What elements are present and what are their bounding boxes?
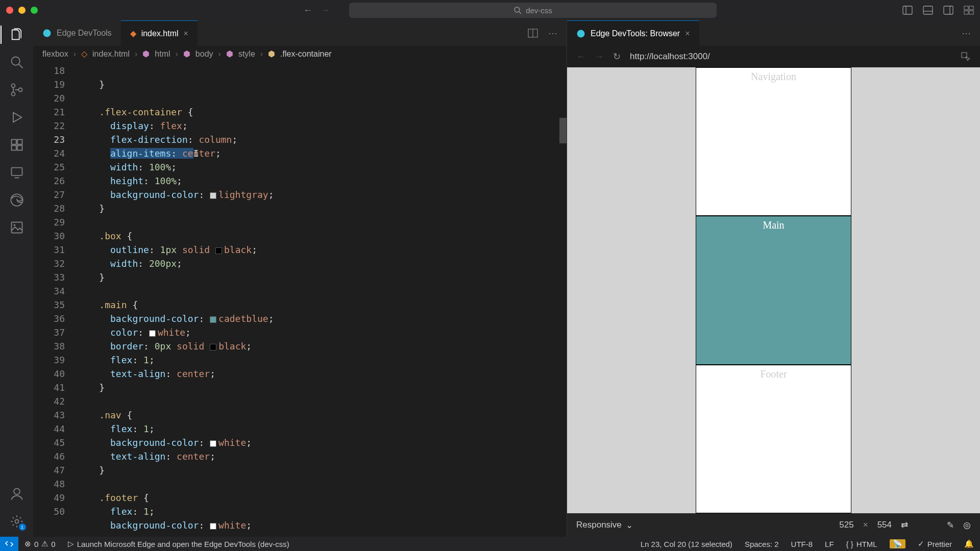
chevron-down-icon[interactable]: ⌄ [626, 520, 633, 531]
viewport-height-input[interactable]: 554 [877, 520, 892, 531]
vision-icon[interactable]: ◎ [963, 520, 971, 531]
panel-left-icon[interactable] [902, 6, 913, 15]
viewport-width-input[interactable]: 525 [839, 520, 853, 531]
panel-right-icon[interactable] [943, 6, 953, 15]
more-actions-icon[interactable]: ⋯ [548, 28, 557, 39]
close-tab-icon[interactable]: × [184, 29, 188, 38]
svg-rect-19 [17, 140, 22, 144]
code-token: border [110, 341, 143, 352]
scrollbar-thumb[interactable] [559, 118, 567, 143]
code-token: 1 [143, 423, 149, 434]
edge-tab-icon [576, 29, 585, 38]
editor-tabs: Edge DevTools: Browser × ⋯ [567, 20, 980, 46]
remote-explorer-icon[interactable] [9, 164, 25, 181]
breadcrumb-file[interactable]: index.html [92, 49, 130, 59]
browser-reload-icon[interactable]: ↻ [613, 51, 621, 62]
indentation-selector[interactable]: Spaces: 2 [739, 539, 785, 548]
customize-layout-icon[interactable] [964, 6, 974, 15]
run-debug-icon[interactable] [9, 109, 25, 126]
svg-rect-21 [17, 145, 22, 150]
tab-edge-devtools[interactable]: Edge DevTools [33, 20, 121, 46]
prettier-status[interactable]: Prettier [912, 539, 958, 548]
settings-gear-icon[interactable]: 1 [9, 513, 25, 530]
problems-indicator[interactable]: ⊗0 ⚠0 [18, 539, 62, 548]
close-window-icon[interactable] [6, 7, 13, 14]
go-live-button[interactable]: 📡 [884, 539, 912, 548]
code-content[interactable]: } .flex-container { display: flex; flex-… [77, 62, 559, 537]
breadcrumb[interactable]: flexbox › ◇ index.html › ⬢ html › ⬢ body… [33, 46, 567, 62]
tab-label: Edge DevTools [57, 29, 112, 38]
breadcrumb-folder[interactable]: flexbox [42, 49, 68, 59]
maximize-window-icon[interactable] [31, 7, 38, 14]
encoding-selector[interactable]: UTF-8 [785, 539, 819, 548]
color-swatch-icon [215, 247, 222, 254]
browser-back-icon[interactable]: ← [576, 52, 585, 62]
accounts-icon[interactable] [9, 486, 25, 502]
color-swatch-icon [210, 192, 216, 199]
nav-forward-icon[interactable]: → [321, 5, 330, 16]
svg-rect-18 [11, 140, 16, 144]
code-token: lightgray [218, 189, 268, 200]
search-activity-icon[interactable] [9, 54, 25, 70]
code-token: black [218, 341, 246, 352]
code-token: .nav [99, 410, 121, 420]
code-token: background-color [110, 437, 199, 448]
browser-viewport[interactable]: Navigation Main Footer [567, 67, 980, 513]
color-swatch-icon [210, 440, 216, 447]
editor-scrollbar[interactable] [559, 62, 567, 537]
code-editor[interactable]: 1819202122232425262728293031323334353637… [33, 62, 567, 537]
breadcrumb-symbol[interactable]: body [195, 49, 213, 59]
launch-edge-button[interactable]: ▷ Launch Microsoft Edge and open the Edg… [62, 539, 296, 548]
breadcrumb-symbol[interactable]: html [155, 49, 170, 59]
code-token: background-color [110, 520, 199, 531]
tab-edge-browser[interactable]: Edge DevTools: Browser × [567, 20, 699, 46]
svg-marker-17 [13, 113, 21, 122]
html-file-icon: ◆ [130, 29, 136, 38]
color-swatch-icon [210, 316, 216, 323]
edge-icon[interactable] [9, 192, 25, 208]
svg-rect-8 [964, 6, 968, 10]
split-editor-icon[interactable] [528, 29, 538, 38]
editor-group-right: Edge DevTools: Browser × ⋯ ← → ↻ http://… [567, 20, 980, 537]
breadcrumb-symbol[interactable]: style [238, 49, 255, 59]
browser-toolbar: ← → ↻ http://localhost:3000/ [567, 46, 980, 67]
image-icon[interactable] [9, 219, 25, 236]
tab-label: index.html [141, 29, 179, 38]
nav-back-icon[interactable]: ← [303, 5, 312, 16]
inspect-icon[interactable] [961, 52, 971, 62]
code-token: color [110, 327, 138, 338]
command-center-search[interactable]: dev-css [349, 3, 717, 18]
css-wand-icon[interactable]: ✎ [947, 520, 954, 531]
code-token: flex [110, 355, 132, 365]
close-tab-icon[interactable]: × [685, 29, 690, 38]
chevron-right-icon: › [74, 49, 76, 59]
breadcrumb-symbol[interactable]: .flex-container [280, 49, 332, 59]
window-controls[interactable] [6, 7, 38, 14]
minimize-window-icon[interactable] [18, 7, 26, 14]
code-token: .box [99, 231, 121, 241]
url-bar[interactable]: http://localhost:3000/ [630, 52, 951, 62]
activity-bar: 1 [0, 20, 33, 537]
rotate-icon[interactable]: ⇄ [901, 520, 908, 531]
tab-index-html[interactable]: ◆ index.html × [121, 20, 198, 46]
svg-line-13 [18, 64, 22, 68]
remote-indicator[interactable] [0, 537, 18, 551]
more-actions-icon[interactable]: ⋯ [962, 28, 971, 39]
symbol-icon: ⬢ [268, 49, 275, 59]
cursor-position[interactable]: Ln 23, Col 20 (12 selected) [634, 539, 739, 548]
source-control-icon[interactable] [9, 82, 25, 98]
notifications-icon[interactable]: 🔔 [958, 539, 980, 548]
explorer-icon[interactable] [9, 27, 25, 43]
browser-forward-icon[interactable]: → [595, 52, 604, 62]
code-token: 1 [143, 506, 149, 517]
color-swatch-icon [210, 523, 216, 530]
svg-rect-4 [923, 6, 933, 14]
panel-bottom-icon[interactable] [923, 6, 933, 15]
search-text: dev-css [526, 6, 552, 15]
code-token: white [218, 520, 246, 531]
device-selector[interactable]: Responsive [576, 520, 622, 530]
language-mode[interactable]: { }HTML [840, 539, 884, 548]
title-bar: ← → dev-css [0, 0, 980, 20]
eol-selector[interactable]: LF [819, 539, 840, 548]
extensions-icon[interactable] [9, 137, 25, 153]
